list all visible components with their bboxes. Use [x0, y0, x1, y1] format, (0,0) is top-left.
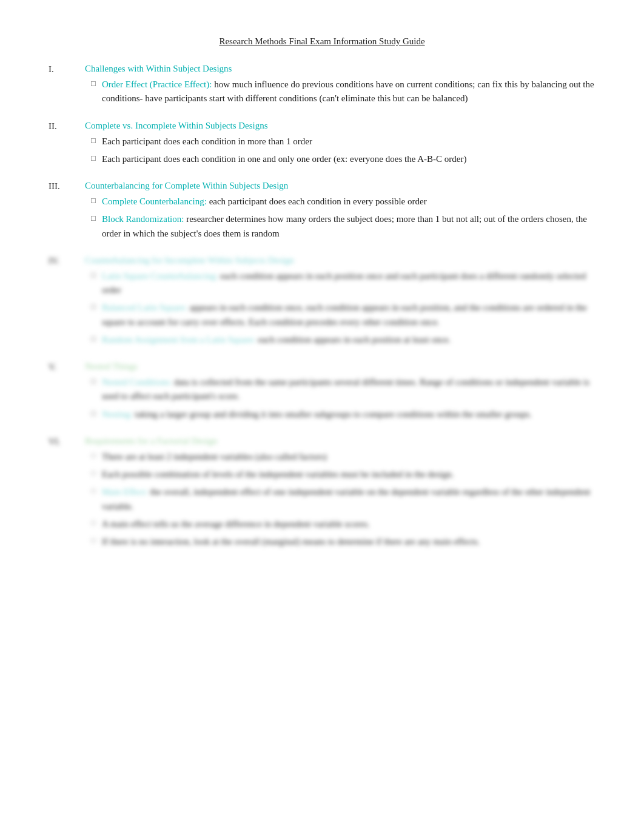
bullet-icon: □ [85, 450, 102, 460]
term: Main Effect: [102, 487, 148, 497]
page-title: Research Methods Final Exam Information … [49, 36, 595, 47]
section-v: V. Nested Things □ Nested Conditions: da… [49, 361, 595, 425]
term: Order Effect (Practice Effect): [102, 79, 212, 89]
bullet-icon: □ [85, 333, 102, 344]
list-item: □ Each participant does each condition i… [85, 152, 595, 166]
bullet-icon: □ [85, 195, 102, 206]
list-item: □ Each participant does each condition i… [85, 135, 595, 149]
numeral-v: V. [49, 361, 85, 425]
bullet-icon: □ [85, 301, 102, 312]
list-item: □ Nesting: taking a larger group and div… [85, 407, 595, 421]
list-item: □ Main Effect: the overall, independent … [85, 485, 595, 514]
section-iv: IV. Counterbalancing for Incomplete With… [49, 255, 595, 350]
numeral-vi: VI. [49, 436, 85, 553]
list-item: □ Order Effect (Practice Effect): how mu… [85, 78, 595, 106]
term: Nesting: [102, 409, 133, 419]
bullet-icon: □ [85, 212, 102, 223]
list-item: □ If there is no interaction, look at th… [85, 535, 595, 549]
bullet-icon: □ [85, 407, 102, 418]
list-item: □ Balanced Latin Square: appears in each… [85, 301, 595, 329]
term: Random Assignment from a Latin Square: [102, 335, 256, 344]
section-i: I. Challenges with Within Subject Design… [49, 64, 595, 110]
heading-iv: Counterbalancing for Incomplete Within S… [85, 255, 595, 266]
term: Block Randomization: [102, 214, 184, 224]
list-item: □ A main effect tells us the average dif… [85, 517, 595, 531]
bullet-icon: □ [85, 485, 102, 495]
section-iii: III. Counterbalancing for Complete Withi… [49, 181, 595, 244]
heading-ii: Complete vs. Incomplete Within Subjects … [85, 121, 595, 131]
list-item: □ Each possible combination of levels of… [85, 468, 595, 481]
sub-list-iv: □ Latin Square Counterbalancing: each co… [85, 269, 595, 347]
bullet-icon: □ [85, 535, 102, 545]
list-item: □ Complete Counterbalancing: each partic… [85, 195, 595, 209]
heading-v: Nested Things [85, 361, 595, 372]
bullet-icon: □ [85, 468, 102, 478]
section-ii: II. Complete vs. Incomplete Within Subje… [49, 121, 595, 170]
sub-list-ii: □ Each participant does each condition i… [85, 135, 595, 167]
bullet-icon: □ [85, 152, 102, 163]
heading-iii: Counterbalancing for Complete Within Sub… [85, 181, 595, 191]
bullet-icon: □ [85, 78, 102, 89]
bullet-icon: □ [85, 269, 102, 280]
list-item: □ Latin Square Counterbalancing: each co… [85, 269, 595, 298]
heading-i: Challenges with Within Subject Designs [85, 64, 595, 74]
numeral-ii: II. [49, 121, 85, 170]
list-item: □ Nested Conditions: data is collected f… [85, 375, 595, 404]
term: Nested Conditions: [102, 377, 172, 387]
sub-list-vi: □ There are at least 2 independent varia… [85, 450, 595, 549]
list-item: □ Block Randomization: researcher determ… [85, 212, 595, 241]
list-item: □ There are at least 2 independent varia… [85, 450, 595, 464]
numeral-iii: III. [49, 181, 85, 244]
numeral-i: I. [49, 64, 85, 110]
bullet-icon: □ [85, 135, 102, 146]
numeral-iv: IV. [49, 255, 85, 350]
list-item: □ Random Assignment from a Latin Square:… [85, 333, 595, 347]
heading-vi: Requirements for a Factorial Design [85, 436, 595, 446]
bullet-icon: □ [85, 375, 102, 386]
term: Complete Counterbalancing: [102, 196, 207, 206]
bullet-icon: □ [85, 517, 102, 528]
sub-list-v: □ Nested Conditions: data is collected f… [85, 375, 595, 421]
section-vi: VI. Requirements for a Factorial Design … [49, 436, 595, 553]
term: Latin Square Counterbalancing: [102, 271, 218, 281]
sub-list-i: □ Order Effect (Practice Effect): how mu… [85, 78, 595, 106]
main-outline: I. Challenges with Within Subject Design… [49, 64, 595, 552]
sub-list-iii: □ Complete Counterbalancing: each partic… [85, 195, 595, 241]
term: Balanced Latin Square: [102, 303, 187, 312]
page-container: Research Methods Final Exam Information … [49, 36, 595, 552]
